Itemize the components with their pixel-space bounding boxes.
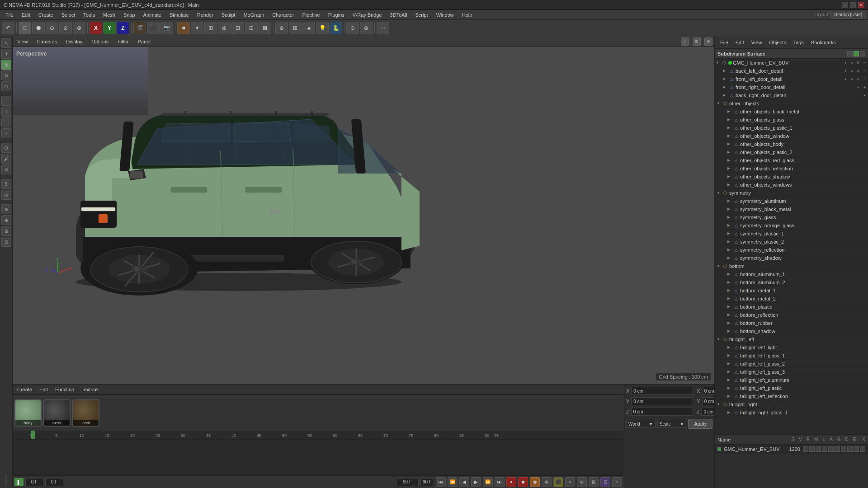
vt-filter[interactable]: Filter bbox=[115, 38, 131, 45]
menu-simulate[interactable]: Simulate bbox=[166, 11, 193, 19]
tree-tl-g1[interactable]: ▶△taillight_left_glass_1 bbox=[715, 352, 868, 360]
tree-bot-al1[interactable]: ▶△bottom_aluminum_1 bbox=[715, 270, 868, 278]
flag-m[interactable] bbox=[822, 446, 827, 452]
ta8[interactable]: ⋯ bbox=[862, 76, 867, 82]
menu-mograph[interactable]: MoGraph bbox=[240, 11, 268, 19]
brush-tool[interactable]: ⊠ bbox=[259, 22, 271, 34]
tree-sym-aluminum[interactable]: ▶△symmetry_aluminum bbox=[715, 197, 868, 205]
material-interior[interactable]: interi bbox=[72, 399, 99, 427]
tree-item-root[interactable]: ▼ ⬡ GMC_Hummer_EV_SUV ● ◈ ⊞ ⋯ bbox=[715, 59, 868, 67]
sidebar-cursor[interactable]: ↖ bbox=[1, 38, 11, 48]
timeline-btn6[interactable]: ⊡ bbox=[600, 477, 610, 487]
frame-input-2[interactable] bbox=[45, 478, 63, 486]
tree-sym-shadow[interactable]: ▶△symmetry_shadow bbox=[715, 254, 868, 262]
timeline-btn3[interactable]: ○ bbox=[565, 477, 575, 487]
material-body[interactable]: body bbox=[14, 399, 42, 427]
menu-vray[interactable]: V-Ray Bridge bbox=[349, 11, 386, 19]
ta3[interactable]: ⊞ bbox=[855, 68, 861, 74]
timeline-btn7[interactable]: ≡ bbox=[612, 477, 622, 487]
poly-mode-button[interactable]: ⊕ bbox=[73, 22, 85, 34]
render-view-button[interactable]: ⊛ bbox=[360, 22, 373, 34]
tree-tl-plastic[interactable]: ▶△taillight_left_plastic bbox=[715, 384, 868, 392]
tree-item-back-left[interactable]: ▶ △ back_left_door_detail ●◈⊞⋯ bbox=[715, 67, 868, 75]
attr-name[interactable]: Name bbox=[717, 437, 731, 442]
menu-script[interactable]: Script bbox=[412, 11, 432, 19]
rph-objects[interactable]: Objects bbox=[767, 39, 788, 46]
rph-bookmarks[interactable]: Bookmarks bbox=[809, 39, 838, 46]
ta7[interactable]: ⊞ bbox=[855, 76, 861, 82]
minimize-button[interactable]: ─ bbox=[842, 2, 848, 8]
y-axis-button[interactable]: Y bbox=[103, 22, 116, 34]
select-tool[interactable]: ⊡ bbox=[231, 22, 244, 34]
viewport-3d[interactable]: H+ bbox=[13, 47, 714, 384]
tree-item-plastic2[interactable]: ▶△other_objects_plastic_2 bbox=[715, 148, 868, 156]
y-position-field[interactable] bbox=[631, 397, 693, 405]
grid-tool[interactable]: ⊞ bbox=[289, 22, 302, 34]
sidebar-weight[interactable]: ⊘ bbox=[1, 164, 11, 174]
menu-mesh[interactable]: Mesh bbox=[99, 11, 119, 19]
sidebar-move[interactable]: ✛ bbox=[1, 49, 11, 59]
tree-item-window[interactable]: ▶△other_objects_window bbox=[715, 132, 868, 140]
tree-bot-m1[interactable]: ▶△bottom_metal_1 bbox=[715, 286, 868, 295]
ta9[interactable]: ● bbox=[855, 84, 861, 90]
subd-icon3[interactable] bbox=[860, 51, 865, 56]
sidebar-points[interactable]: · bbox=[1, 96, 11, 106]
timeline-content[interactable] bbox=[13, 440, 624, 475]
tree-tl-alum[interactable]: ▶△taillight_left_aluminum bbox=[715, 376, 868, 384]
camera-tool[interactable]: ◈ bbox=[302, 22, 315, 34]
tree-bot-al2[interactable]: ▶△bottom_aluminum_2 bbox=[715, 278, 868, 286]
rotate-tool[interactable]: ⊛ bbox=[218, 22, 231, 34]
x-position-field[interactable] bbox=[631, 387, 693, 395]
tree-item-reflection[interactable]: ▶△other_objects_reflection bbox=[715, 164, 868, 173]
vt-options[interactable]: Options bbox=[89, 38, 111, 45]
end-frame-field[interactable] bbox=[396, 478, 419, 486]
light-tool[interactable]: 💡 bbox=[316, 22, 329, 34]
tree-bot-plastic[interactable]: ▶△bottom_plastic bbox=[715, 303, 868, 311]
keyframe-button[interactable]: ⬛ bbox=[553, 477, 563, 487]
flag-s[interactable] bbox=[803, 446, 808, 452]
vp-icon1[interactable]: ⤢ bbox=[681, 38, 689, 46]
tree-item-shadow[interactable]: ▶△other_objects_shadow bbox=[715, 173, 868, 181]
tree-item-black-metal[interactable]: ▶△other_objects_black_metal bbox=[715, 108, 868, 116]
edge-mode-button[interactable]: ⊘ bbox=[59, 22, 72, 34]
point-mode-button[interactable]: ⊙ bbox=[46, 22, 58, 34]
render-region-button[interactable]: ⬛ bbox=[147, 22, 160, 34]
z-position-field[interactable] bbox=[631, 408, 693, 416]
close-button[interactable]: ✕ bbox=[858, 2, 864, 8]
tree-folder-other[interactable]: ▼ ⬡ other_objects bbox=[715, 99, 868, 108]
vt-view[interactable]: View bbox=[14, 38, 31, 45]
ta2[interactable]: ◈ bbox=[849, 68, 854, 74]
magnet-tool[interactable]: ⊕ bbox=[275, 22, 288, 34]
tree-tl-g3[interactable]: ▶△taillight_left_glass_3 bbox=[715, 368, 868, 376]
rph-view[interactable]: View bbox=[750, 39, 764, 46]
tree-sym-glass[interactable]: ▶△symmetry_glass bbox=[715, 213, 868, 221]
sidebar-3d-view[interactable]: ⬡ bbox=[1, 143, 11, 153]
flag-a[interactable] bbox=[835, 446, 840, 452]
menu-tools[interactable]: Tools bbox=[80, 11, 99, 19]
sidebar-polys[interactable]: ⬛ bbox=[1, 117, 11, 127]
more-tools[interactable]: ⋯ bbox=[377, 22, 389, 34]
tree-folder-sym[interactable]: ▼ ⬡ symmetry bbox=[715, 189, 868, 197]
ta-vis[interactable]: ● bbox=[843, 60, 848, 66]
tree-bot-rubber[interactable]: ▶△bottom_rubber bbox=[715, 319, 868, 327]
menu-window[interactable]: Window bbox=[433, 11, 458, 19]
sidebar-tool1[interactable]: $ bbox=[1, 179, 11, 189]
ta5[interactable]: ● bbox=[843, 76, 848, 82]
flag-v[interactable] bbox=[809, 446, 815, 452]
tree-tl-refl[interactable]: ▶△taillight_left_reflection bbox=[715, 392, 868, 400]
play-rev-button[interactable]: ◀ bbox=[459, 477, 469, 487]
render-to-po-button[interactable]: 📷 bbox=[160, 22, 173, 34]
menu-3dtoall[interactable]: 3DToAll bbox=[387, 11, 411, 19]
tree-item-front-right[interactable]: ▶ △ front_right_door_detail ●◈ bbox=[715, 83, 868, 91]
tree-sym-og[interactable]: ▶△symmetry_orange_glass bbox=[715, 221, 868, 230]
play-button[interactable]: ▶ bbox=[471, 477, 481, 487]
obj-snap-button[interactable]: ⊙ bbox=[346, 22, 359, 34]
vt-panel[interactable]: Panel bbox=[135, 38, 153, 45]
ta1[interactable]: ● bbox=[843, 68, 848, 74]
subd-visible[interactable] bbox=[854, 51, 859, 56]
rph-file[interactable]: File bbox=[718, 39, 730, 46]
undo-button[interactable]: ↶ bbox=[2, 22, 14, 34]
sidebar-select[interactable]: □ bbox=[1, 81, 11, 91]
z-axis-button[interactable]: Z bbox=[117, 22, 129, 34]
menu-snap[interactable]: Snap bbox=[120, 11, 139, 19]
